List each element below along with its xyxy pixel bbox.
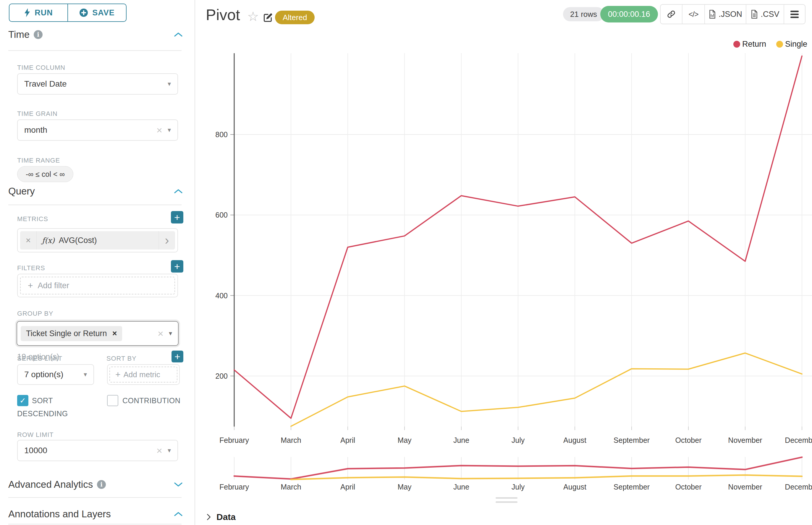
chevron-down-icon[interactable]: ▾ xyxy=(84,371,87,378)
hamburger-icon xyxy=(791,11,799,18)
save-button-label: SAVE xyxy=(92,8,115,17)
metrics-container: × ƒ(x) AVG(Cost) › xyxy=(17,228,178,253)
advanced-analytics-header[interactable]: Advanced Analytics i xyxy=(8,479,183,490)
lightning-bolt-icon xyxy=(24,8,30,17)
plus-icon: + xyxy=(115,370,121,379)
chevron-down-icon[interactable]: ▾ xyxy=(168,447,171,454)
legend-label-return: Return xyxy=(742,40,766,49)
chevron-down-icon[interactable] xyxy=(174,482,183,487)
file-icon xyxy=(751,10,758,19)
legend-item-return[interactable]: Return xyxy=(733,40,766,49)
add-filter-plus-button[interactable]: + xyxy=(171,260,183,272)
y-tick-label: 800 xyxy=(215,130,228,139)
query-section-header[interactable]: Query xyxy=(8,186,183,197)
run-save-button-group: RUN SAVE xyxy=(9,3,127,22)
series-limit-select[interactable]: 7 option(s) ▾ xyxy=(17,364,94,385)
panel-resize-handle[interactable] xyxy=(496,497,517,503)
clear-icon[interactable]: × xyxy=(157,446,162,455)
timeseries-line-chart[interactable]: 200400600800FebruaryFebruaryMarchMarchAp… xyxy=(195,0,812,525)
export-json-button[interactable]: .JSON xyxy=(704,5,746,24)
legend-dot-return xyxy=(733,41,740,48)
time-grain-label: TIME GRAIN xyxy=(17,110,57,118)
metric-pill[interactable]: × ƒ(x) AVG(Cost) › xyxy=(20,231,175,250)
x-tick-label: May xyxy=(397,436,412,444)
x-tick-label: June xyxy=(453,436,469,444)
group-by-tag[interactable]: Ticket Single or Return × xyxy=(21,326,122,341)
chart-title: Pivot xyxy=(206,6,240,24)
chevron-up-icon[interactable] xyxy=(174,32,183,37)
section-divider xyxy=(8,524,181,524)
time-grain-value: month xyxy=(24,125,47,135)
remove-metric-icon[interactable]: × xyxy=(20,231,37,250)
more-options-button[interactable] xyxy=(784,5,805,24)
filters-container: + Add filter xyxy=(17,274,178,297)
time-column-label: TIME COLUMN xyxy=(17,64,65,72)
copy-link-button[interactable] xyxy=(661,5,682,24)
plus-icon: + xyxy=(175,351,180,361)
edit-properties-icon[interactable] xyxy=(263,12,273,24)
chevron-up-icon[interactable] xyxy=(174,512,183,516)
time-range-value-pill[interactable]: -∞ ≤ col < ∞ xyxy=(17,166,73,182)
chevron-down-icon[interactable]: ▾ xyxy=(169,330,172,337)
code-icon: </> xyxy=(689,10,698,19)
y-tick-label: 400 xyxy=(215,291,228,300)
x-tick-label: September xyxy=(614,436,650,444)
add-sort-metric-plus-button[interactable]: + xyxy=(172,350,183,362)
run-button[interactable]: RUN xyxy=(10,4,68,21)
json-label: .JSON xyxy=(719,10,742,19)
query-section-title: Query xyxy=(8,186,35,197)
csv-label: .CSV xyxy=(761,10,779,19)
annotations-layers-header[interactable]: Annotations and Layers xyxy=(8,508,183,520)
info-icon[interactable]: i xyxy=(97,480,106,489)
sort-by-container: + Add metric xyxy=(107,364,180,385)
x-tick-label: August xyxy=(563,436,586,444)
sort-descending-label-line1: SORT xyxy=(32,396,53,405)
group-by-select[interactable]: Ticket Single or Return × × ▾ xyxy=(17,321,179,346)
chevron-down-icon[interactable]: ▾ xyxy=(168,126,171,134)
view-query-button[interactable]: </> xyxy=(682,5,704,24)
row-limit-select[interactable]: 10000 × ▾ xyxy=(17,440,178,461)
filters-label: FILTERS xyxy=(17,264,45,272)
preview-tick-label: June xyxy=(453,483,469,491)
query-duration-badge: 00:00:00.16 xyxy=(600,6,658,22)
expand-metric-icon[interactable]: › xyxy=(159,231,175,250)
preview-tick-label: May xyxy=(397,483,412,491)
legend-item-single[interactable]: Single xyxy=(776,40,807,49)
time-range-label: TIME RANGE xyxy=(17,157,60,164)
sort-by-label: SORT BY xyxy=(106,355,136,362)
time-range-value: -∞ ≤ col < ∞ xyxy=(26,170,65,179)
section-divider xyxy=(8,497,181,498)
superset-explore-page: RUN SAVE Time i TIME COLUMN Travel Date … xyxy=(0,0,812,525)
remove-tag-icon[interactable]: × xyxy=(112,329,117,338)
add-sort-metric-button[interactable]: + Add metric xyxy=(109,366,177,382)
add-filter-button[interactable]: + Add filter xyxy=(20,277,175,295)
check-icon: ✓ xyxy=(19,396,26,405)
preview-tick-label: October xyxy=(675,483,702,491)
info-icon[interactable]: i xyxy=(34,30,43,39)
save-button[interactable]: SAVE xyxy=(68,4,126,21)
altered-badge[interactable]: Altered xyxy=(275,11,315,24)
group-by-label: GROUP BY xyxy=(17,310,53,317)
preview-tick-label: July xyxy=(512,483,525,491)
chevron-up-icon[interactable] xyxy=(174,189,183,194)
y-tick-label: 600 xyxy=(215,211,228,219)
data-section-toggle[interactable]: Data xyxy=(206,512,236,522)
clear-icon[interactable]: × xyxy=(157,125,162,135)
plus-icon: + xyxy=(28,281,33,290)
series-line-single[interactable] xyxy=(291,353,802,426)
y-tick-label: 200 xyxy=(215,372,228,380)
metrics-label: METRICS xyxy=(17,215,48,223)
add-metric-plus-button[interactable]: + xyxy=(171,211,183,224)
chevron-down-icon[interactable]: ▾ xyxy=(168,80,171,88)
chart-panel: 200400600800FebruaryFebruaryMarchMarchAp… xyxy=(195,0,812,525)
x-tick-label: April xyxy=(340,436,355,444)
time-section-header[interactable]: Time i xyxy=(8,29,183,40)
x-tick-label: February xyxy=(219,436,249,444)
sort-descending-checkbox[interactable]: ✓ xyxy=(17,395,28,406)
clear-icon[interactable]: × xyxy=(158,328,163,339)
contribution-checkbox[interactable] xyxy=(107,395,118,406)
export-csv-button[interactable]: .CSV xyxy=(746,5,784,24)
time-column-select[interactable]: Travel Date ▾ xyxy=(17,73,178,94)
favorite-star-icon[interactable]: ☆ xyxy=(247,9,259,24)
time-grain-select[interactable]: month × ▾ xyxy=(17,119,178,141)
